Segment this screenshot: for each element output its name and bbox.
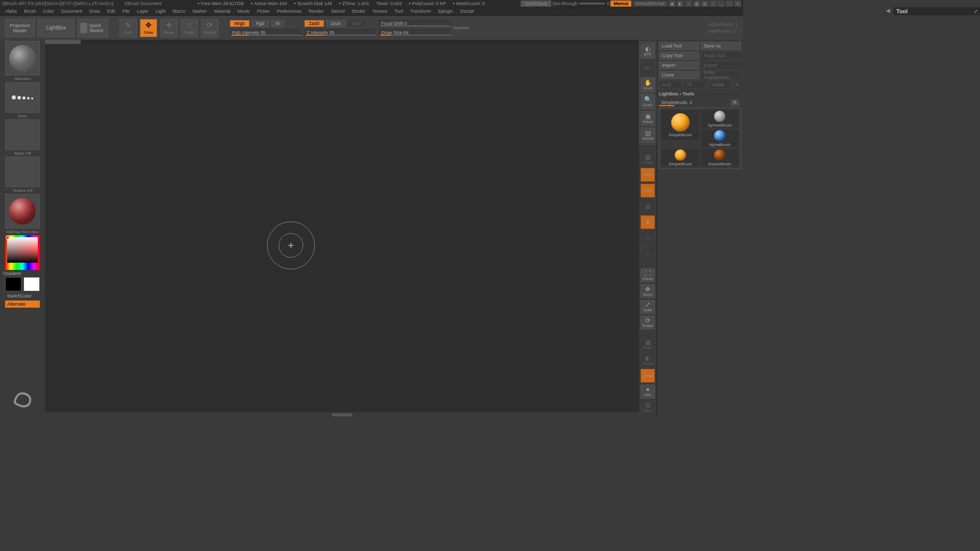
scroll-button[interactable]: ✋Scroll [641, 77, 655, 92]
minimize-button[interactable]: _ [718, 1, 725, 7]
y-button[interactable]: ○ [641, 231, 655, 245]
menu-draw[interactable]: Draw [87, 8, 102, 14]
menu-render[interactable]: Render [307, 8, 326, 14]
visible-button[interactable]: Visible [708, 81, 731, 89]
move-mode-button[interactable]: ✢Move [160, 19, 178, 37]
help-icon[interactable]: ? [709, 1, 717, 7]
tool-thumb-alphabrush[interactable]: AlphaBrush [701, 130, 739, 147]
dynamic-toggle[interactable]: Dynamic [453, 26, 469, 30]
menu-layer[interactable]: Layer [135, 8, 151, 14]
export-button[interactable]: Export [701, 61, 741, 69]
make-polymesh-button[interactable]: Make PolyMesh3D [701, 71, 741, 79]
alpha-swatch[interactable] [5, 119, 40, 150]
quicksketch-button[interactable]: Quick Sketch [78, 19, 108, 37]
doc-scrollbar[interactable] [45, 40, 639, 44]
scale-button[interactable]: ⤢Scale [641, 300, 655, 314]
import-button[interactable]: Import [659, 61, 699, 69]
copy-tool-button[interactable]: Copy Tool [659, 52, 699, 60]
tool-thumb-eraserbrush[interactable]: EraserBrush [701, 149, 739, 166]
menu-stroke[interactable]: Stroke [350, 8, 367, 14]
zcut-button[interactable]: Zcut [348, 20, 366, 27]
menu-transform[interactable]: Transform [408, 8, 433, 14]
menu-texture[interactable]: Texture [370, 8, 389, 14]
brush-swatch[interactable] [5, 41, 40, 76]
menu-brush[interactable]: Brush [22, 8, 38, 14]
save-as-button[interactable]: Save As [701, 42, 741, 50]
floor-button[interactable]: Floor [641, 168, 655, 182]
bpr-button[interactable]: ◐BPR [641, 43, 655, 59]
rotate-button[interactable]: ⟳Rotate [641, 316, 655, 330]
goz-r-button[interactable]: R [733, 81, 741, 89]
texture-swatch[interactable] [5, 157, 40, 187]
goz-button[interactable]: GoZ [659, 81, 682, 89]
maximize-button[interactable]: □ [726, 1, 733, 7]
z-button[interactable]: ○ [641, 247, 655, 261]
ghost-button[interactable]: Ghost [641, 369, 655, 383]
load-tool-button[interactable]: Load Tool [659, 42, 699, 50]
close-button[interactable]: ✕ [734, 1, 741, 7]
tool-thumb-spherebrush[interactable]: SphereBrush [701, 110, 739, 128]
toolbar-icon-4[interactable]: ▦ [693, 1, 700, 7]
local-button[interactable]: Local [641, 184, 655, 197]
xyz-button[interactable]: ✦ [641, 215, 655, 229]
menu-edit[interactable]: Edit [105, 8, 117, 14]
menu-light[interactable]: Light [154, 8, 168, 14]
frame-button[interactable]: ⛶Frame [641, 268, 655, 282]
lightbox-tools-label[interactable]: Lightbox › Tools [659, 90, 741, 97]
paste-tool-button[interactable]: Paste Tool [701, 52, 741, 60]
persp-button[interactable]: ▦Persp [641, 152, 655, 166]
canvas[interactable] [45, 44, 639, 412]
m-button[interactable]: M [271, 20, 284, 27]
color-swatch-secondary[interactable] [5, 277, 21, 291]
xpose-button[interactable]: ⊞Xpose [641, 400, 655, 414]
seethrough-slider[interactable] [579, 3, 605, 5]
menu-document[interactable]: Document [59, 8, 84, 14]
menu-zplugin[interactable]: Zplugin [436, 8, 455, 14]
zsub-button[interactable]: Zsub [326, 20, 346, 27]
zoom-button[interactable]: 🔍Zoom [641, 94, 655, 109]
clone-button[interactable]: Clone [659, 71, 699, 79]
focal-shift-slider[interactable]: Focal Shift 0 [379, 20, 450, 27]
menu-stencil[interactable]: Stencil [329, 8, 347, 14]
draw-size-slider[interactable]: Draw Size 64 [379, 29, 450, 36]
toolbar-icon-1[interactable]: ▣ [669, 1, 676, 7]
menu-material[interactable]: Material [212, 8, 232, 14]
menu-tool[interactable]: Tool [393, 8, 405, 14]
polyf-button[interactable]: ▦PolyF [641, 337, 655, 351]
zadd-button[interactable]: Zadd [304, 20, 324, 27]
color-picker[interactable] [5, 235, 40, 270]
edit-mode-button[interactable]: ✎Edit [119, 19, 137, 37]
scale-mode-button[interactable]: ◇Scale [181, 19, 198, 37]
material-swatch[interactable] [5, 194, 40, 229]
gradient-toggle[interactable]: Gradient [1, 271, 21, 276]
rotate-mode-button[interactable]: ⟳Rotate [201, 19, 218, 37]
projection-master-button[interactable]: Projection Master [5, 19, 35, 37]
actual-button[interactable]: ▣Actual [641, 111, 655, 126]
current-tool-slider[interactable]: SimpleBrush. 2 R [659, 99, 741, 106]
tool-thumb-simplebrush2[interactable]: SimpleBrush [662, 149, 699, 166]
menu-movie[interactable]: Movie [235, 8, 252, 14]
lock-button[interactable]: ⊞ [641, 199, 655, 213]
transp-button[interactable]: ◐Transp [641, 353, 655, 367]
tray-handle[interactable] [332, 413, 352, 416]
toolbar-icon-5[interactable]: ▥ [701, 1, 708, 7]
defaultzscript-button[interactable]: DefaultZScript [632, 1, 668, 7]
rgb-intensity-slider[interactable]: Rgb Intensity 25 [230, 29, 301, 36]
menu-preferences[interactable]: Preferences [275, 8, 304, 14]
toolbar-icon-3[interactable]: ≡ [685, 1, 692, 7]
menu-macro[interactable]: Macro [170, 8, 187, 14]
move-button[interactable]: ✥Move [641, 284, 655, 298]
menu-marker[interactable]: Marker [190, 8, 209, 14]
tool-r-button[interactable]: R [731, 99, 740, 106]
toolbar-icon-2[interactable]: ◧ [677, 1, 684, 7]
menu-file[interactable]: File [120, 8, 132, 14]
all-button[interactable]: All [683, 81, 706, 89]
menu-color[interactable]: Color [41, 8, 57, 14]
alternate-button[interactable]: Alternate [5, 300, 40, 308]
quicksave-button[interactable]: QuickSave [521, 1, 551, 7]
spix-button[interactable]: SPix [641, 60, 655, 76]
draw-mode-button[interactable]: ✥Draw [140, 19, 157, 37]
tool-thumb-simplebrush[interactable]: SimpleBrush [662, 110, 699, 140]
lightbox-button[interactable]: LightBox [38, 19, 75, 37]
mrgb-button[interactable]: Mrgb [230, 20, 250, 27]
